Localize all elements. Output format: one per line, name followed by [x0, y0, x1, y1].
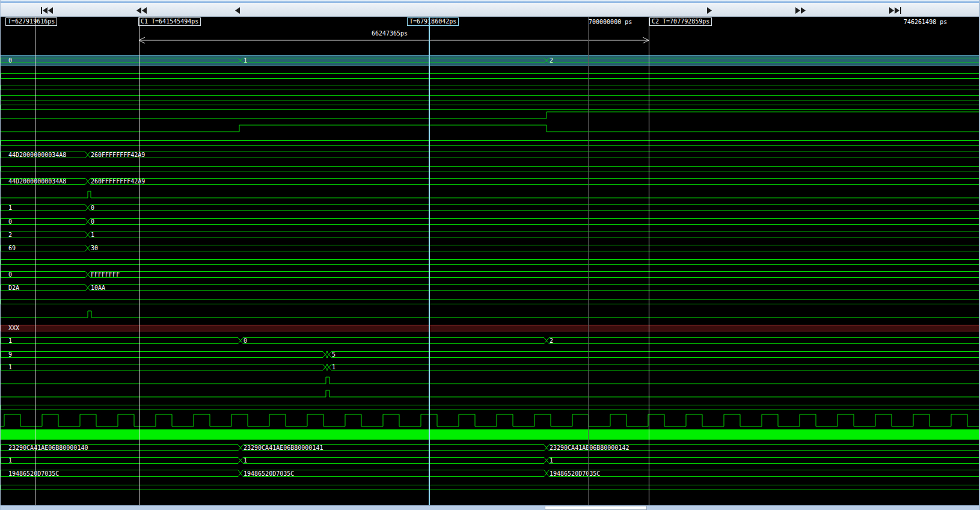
wave-row[interactable]: [1, 110, 979, 118]
cursor-line-c2[interactable]: [649, 17, 649, 505]
wave-row[interactable]: [1, 123, 979, 131]
cursor-line-primary[interactable]: [429, 17, 430, 505]
window-frame-bottom: [1, 505, 979, 510]
wave-row[interactable]: 6930: [1, 243, 979, 251]
wave-row[interactable]: [1, 309, 979, 317]
signal-value-label: 23290CA41AE06B80000141: [243, 444, 323, 451]
skip-to-start-icon: [41, 7, 53, 14]
marker-c1[interactable]: C1 T=641545494ps: [138, 17, 201, 26]
toolbar: [1, 3, 979, 17]
marker-c2[interactable]: C2 T=707792859ps: [649, 17, 712, 26]
wave-row[interactable]: [1, 389, 979, 396]
signal-value-label: 9: [8, 351, 12, 358]
fast-forward-icon: [795, 7, 806, 14]
marker-line-left[interactable]: [35, 17, 35, 505]
wave-row[interactable]: [1, 70, 979, 77]
signal-value-label: D2A: [8, 284, 19, 291]
wave-row[interactable]: [1, 402, 979, 408]
signal-value-label: XXX: [8, 325, 19, 331]
signal-value-label: 44D20000000034A8: [8, 178, 66, 185]
signal-value-label: 0: [91, 204, 94, 211]
wave-row[interactable]: [1, 92, 979, 99]
wave-row-selected[interactable]: 012: [1, 55, 979, 66]
cursor-line-c1[interactable]: [139, 17, 139, 505]
signal-value-label: 2: [8, 232, 12, 238]
wave-row-clock[interactable]: [1, 414, 979, 427]
wave-row[interactable]: 00: [1, 217, 979, 224]
grid-line-700000000: [588, 17, 589, 505]
signal-value-label: 1: [91, 232, 94, 238]
signal-value-label: 5: [332, 351, 335, 358]
ruler-tick-label: 746261498 ps: [904, 19, 947, 26]
signal-value-label: 1: [550, 457, 553, 464]
waveform-viewer-window: T=627919616ps C1 T=641545494ps T=6791860…: [0, 0, 980, 510]
wave-row[interactable]: [1, 296, 979, 303]
span-measurement-label: 66247365ps: [372, 30, 408, 37]
signal-value-label: 2: [550, 57, 553, 64]
step-forward-button[interactable]: [702, 5, 716, 15]
signal-value-label: 30: [91, 245, 98, 251]
signal-value-label: 23290CA41AE06B80000142: [550, 444, 629, 451]
signal-value-label: 10AA: [91, 284, 105, 291]
signal-value-label: 23290CA41AE06B80000140: [8, 444, 88, 451]
signal-value-label: 0: [91, 218, 94, 225]
signal-value-label: 1: [8, 364, 12, 370]
go-to-start-button[interactable]: [40, 5, 54, 15]
signal-value-label: 1: [8, 204, 12, 211]
step-back-button[interactable]: [230, 5, 245, 15]
wave-row[interactable]: 44D20000000034A8260FFFFFFFF42A9: [1, 150, 979, 158]
signal-value-label: 2: [550, 337, 553, 344]
wave-row[interactable]: [1, 82, 979, 88]
wave-row[interactable]: D2A10AA: [1, 283, 979, 290]
wave-row[interactable]: [1, 482, 979, 488]
marker-baseline[interactable]: T=627919616ps: [5, 17, 57, 26]
wave-row[interactable]: 95: [1, 349, 979, 357]
skip-to-end-icon: [889, 7, 901, 14]
signal-value-label: 19486520D7035C: [243, 470, 294, 477]
wave-row[interactable]: 21: [1, 230, 979, 238]
wave-row[interactable]: 102: [1, 336, 979, 343]
wave-row[interactable]: 19486520D7035C19486520D7035C19486520D703…: [1, 469, 979, 477]
wave-row-undefined[interactable]: XXX: [1, 323, 979, 331]
wave-row[interactable]: 23290CA41AE06B8000014023290CA41AE06B8000…: [1, 443, 979, 450]
signal-value-label: 19486520D7035C: [550, 470, 600, 477]
ruler-tick-label: 700000000 ps: [589, 19, 632, 26]
fast-forward-button[interactable]: [793, 5, 807, 15]
wave-area[interactable]: 66247365ps 01244D20000000034A8260FFFFFFF…: [1, 27, 979, 505]
step-back-icon: [235, 7, 240, 14]
wave-row[interactable]: 0FFFFFFFF: [1, 269, 979, 277]
signal-value-label: 1: [8, 457, 12, 464]
wave-row[interactable]: 111: [1, 455, 979, 463]
signal-value-label: 1: [332, 364, 335, 370]
signal-value-label: 260FFFFFFFF42A9: [91, 178, 145, 185]
step-forward-icon: [706, 7, 712, 14]
fast-rewind-button[interactable]: [134, 5, 149, 15]
wave-row[interactable]: [1, 189, 979, 197]
bottom-panel-fragment: [545, 506, 647, 510]
signal-value-label: 1: [243, 57, 247, 64]
wave-row[interactable]: [1, 256, 979, 263]
signal-value-label: 0: [8, 57, 12, 64]
signal-value-label: 0: [8, 271, 12, 278]
signal-value-label: 260FFFFFFFF42A9: [91, 152, 145, 158]
signal-value-label: 0: [243, 337, 247, 344]
signal-value-label: 1: [8, 337, 12, 344]
signal-value-label: 1: [243, 457, 247, 464]
wave-row[interactable]: [1, 102, 979, 108]
span-measurement-arrow: [1, 27, 980, 46]
signal-value-label: FFFFFFFF: [91, 271, 120, 278]
timeline-ruler[interactable]: T=627919616ps C1 T=641545494ps T=6791860…: [1, 17, 979, 27]
wave-row-fast-clock[interactable]: [1, 429, 979, 440]
signal-value-label: 44D20000000034A8: [8, 152, 66, 158]
fast-rewind-icon: [136, 7, 147, 14]
signal-value-label: 19486520D7035C: [8, 470, 59, 477]
wave-row[interactable]: [1, 375, 979, 383]
wave-row[interactable]: 44D20000000034A8260FFFFFFFF42A9: [1, 176, 979, 184]
wave-row[interactable]: [1, 137, 979, 144]
signal-value-label: 69: [8, 245, 16, 251]
wave-row[interactable]: 11: [1, 362, 979, 370]
go-to-end-button[interactable]: [888, 5, 902, 15]
wave-row[interactable]: [1, 163, 979, 170]
marker-primary[interactable]: T=679186042ps: [407, 17, 459, 26]
wave-row[interactable]: 10: [1, 203, 979, 210]
